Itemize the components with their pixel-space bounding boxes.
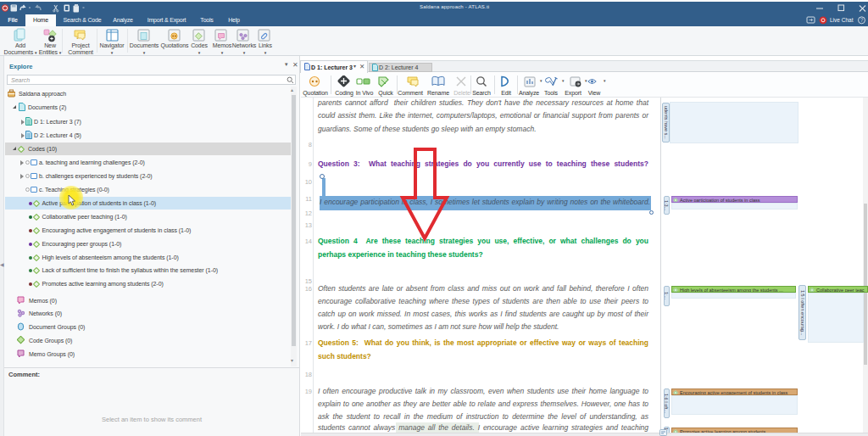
- svg-text:?: ?: [860, 17, 864, 23]
